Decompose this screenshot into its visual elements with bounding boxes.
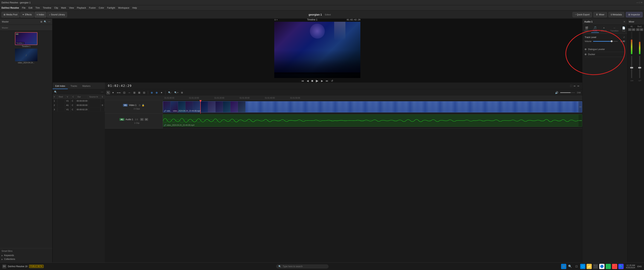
zoom-out-icon[interactable]: 🔍-	[167, 91, 172, 94]
menu-trim[interactable]: Trim	[36, 7, 40, 9]
search-bar[interactable]: 🔍	[276, 264, 328, 268]
quick-export-button[interactable]: ↑ Quick Export	[572, 12, 592, 17]
blade-edit-icon[interactable]: ✦	[111, 91, 115, 94]
list-item[interactable]: ♪ video_2024-04-24...	[2, 49, 51, 64]
tab-tracks[interactable]: Tracks	[68, 83, 80, 89]
audio-mute-icon[interactable]: M	[145, 118, 148, 121]
menu-timeline[interactable]: Timeline	[43, 7, 51, 9]
flag-icon[interactable]: ⊕	[155, 91, 158, 94]
go-start-icon[interactable]: ⏮	[302, 79, 304, 82]
taskbar-task-icon[interactable]: ⊡	[574, 264, 579, 269]
menu-clip[interactable]: Clip	[54, 7, 58, 9]
next-clip-icon[interactable]: ⏭	[574, 85, 576, 87]
dynamic-trim-icon[interactable]: ⊡	[122, 91, 126, 94]
go-end-icon[interactable]: ⏭	[326, 79, 328, 82]
audio-clip[interactable]: // This will be rendered as text by brow…	[163, 114, 582, 127]
position-icon[interactable]: ⊞	[132, 91, 136, 94]
taskbar-app2-icon[interactable]: 🔴	[612, 264, 617, 269]
menu-color[interactable]: Color	[99, 7, 104, 9]
trim-icon[interactable]: ⟺	[116, 91, 121, 94]
tab-effects[interactable]: ✦ Effects	[600, 26, 608, 33]
list-item[interactable]: Timeline 1 ▶▶ Timeline 1	[2, 32, 51, 47]
mixer-bus1-s-btn[interactable]: S	[636, 28, 640, 31]
clip-icon[interactable]: ✦	[160, 91, 164, 94]
audio-solo-icon[interactable]: S	[140, 118, 144, 121]
menu-fusion[interactable]: Fusion	[89, 7, 96, 9]
menu-help[interactable]: Help	[132, 7, 137, 9]
ducker-row[interactable]: Ducker	[585, 52, 625, 57]
tab-audio[interactable]: 🎵 Audio	[591, 26, 599, 33]
tab-file[interactable]: 📄 File	[620, 26, 627, 33]
menu-mark[interactable]: Mark	[61, 7, 66, 9]
mixer-bus1-m-btn[interactable]: M	[640, 28, 643, 31]
video-eye-icon[interactable]: ⊙	[139, 104, 140, 106]
fit-all-icon[interactable]: ⊞	[180, 91, 184, 94]
tab-markers[interactable]: Markers	[80, 83, 93, 89]
stop-icon[interactable]: ■	[311, 79, 314, 83]
menu-davinci[interactable]: DaVinci Resolve	[2, 7, 19, 9]
inspector-collapse-icon[interactable]: ✕	[624, 21, 625, 23]
menu-file[interactable]: File	[22, 7, 26, 9]
table-row[interactable]: 2 A1 C 00:00:00:00 0	[52, 103, 105, 107]
arc-icon[interactable]: ↔	[127, 91, 132, 94]
mixer-a1-s-btn[interactable]: S	[628, 28, 632, 31]
prev-clip-icon[interactable]: ⏮	[577, 85, 579, 87]
menu-edit[interactable]: Edit	[29, 7, 32, 9]
taskbar-chrome-icon[interactable]: 🔵	[599, 264, 604, 269]
smart-bins-collections[interactable]: ▶ Collections	[2, 257, 51, 261]
taskbar-terminal-icon[interactable]: ⬛	[593, 264, 598, 269]
mixer-bus1-fader-knob[interactable]	[638, 67, 641, 68]
full-screen-icon[interactable]: ⛶	[570, 85, 572, 87]
taskbar-edge-icon[interactable]: 🌐	[580, 264, 586, 269]
select-tool-icon[interactable]: ↖	[106, 91, 110, 94]
smart-bins-keywords[interactable]: ▶ Keywords	[2, 253, 51, 257]
dialogue-leveler-row[interactable]: Dialogue Leveler	[585, 47, 625, 52]
video-clip[interactable]: 🔗 vide... video_2024-04-24_23-44-08.mp4	[163, 101, 582, 112]
inspector-button[interactable]: ⊞ Inspector	[626, 12, 642, 17]
menu-fairlight[interactable]: Fairlight	[107, 7, 115, 9]
video-lock-icon[interactable]: 🔒	[142, 104, 144, 106]
join-icon[interactable]: ⊟	[142, 91, 146, 94]
mixer-a1-fader-track[interactable]	[631, 56, 632, 78]
table-row[interactable]: 3 V1 C 00:00:02:20	[52, 107, 105, 112]
tab-edit-index[interactable]: Edit Index	[52, 83, 68, 89]
menu-workspace[interactable]: Workspace	[118, 7, 129, 9]
thumbnail-video[interactable]: ♪	[15, 49, 38, 61]
effects-button[interactable]: ✦ Effects	[20, 12, 34, 18]
mixer-bus1-fader-track[interactable]	[639, 56, 640, 78]
zoom-in-icon[interactable]: 🔍+	[174, 91, 179, 94]
loop-icon[interactable]: ↺	[331, 79, 333, 82]
sound-library-button[interactable]: ♪ Sound Library	[47, 12, 67, 18]
taskbar-windows-icon[interactable]: ⊞	[561, 264, 566, 269]
search-media-icon[interactable]: 🔍	[44, 21, 46, 23]
search-input[interactable]	[283, 265, 320, 268]
tab-transition[interactable]: ↔ Transition	[609, 26, 620, 33]
audio-volume-icon[interactable]: 🔊	[555, 91, 558, 94]
grid-view-icon[interactable]: ⊞	[40, 21, 42, 23]
edit-index-more-icon[interactable]: ⋯	[101, 91, 103, 93]
play-icon[interactable]: ▶	[316, 79, 318, 83]
taskbar-explorer-icon[interactable]: 📁	[586, 264, 592, 269]
prev-frame-icon[interactable]: ◀	[307, 79, 309, 82]
snip-icon[interactable]: ⊠	[138, 91, 141, 94]
tab-video[interactable]: 🎬 Video	[583, 26, 590, 33]
metadata-button[interactable]: ℹ Metadata	[608, 12, 624, 17]
thumbnail-timeline1[interactable]: Timeline 1 ▶▶	[15, 32, 38, 45]
taskbar-app3-icon[interactable]: 🔵	[618, 264, 624, 269]
table-row[interactable]: 1 V1 C 00:00:00:00	[52, 99, 105, 103]
volume-slider[interactable]	[593, 41, 618, 42]
taskbar-search-icon[interactable]: 🔍	[568, 264, 573, 269]
index-button[interactable]: ≡ Index	[35, 12, 46, 18]
track-level-reset-icon[interactable]: ↺	[623, 36, 625, 39]
mixer-a1-fader-knob[interactable]	[630, 67, 633, 68]
mixer-a1-m-btn[interactable]: M	[632, 28, 635, 31]
media-pool-button[interactable]: ⊞ Media Pool	[2, 12, 20, 18]
taskbar-spotify-icon[interactable]: ♪	[606, 264, 611, 269]
link-icon[interactable]: ⊕	[150, 91, 154, 94]
next-frame-icon[interactable]: ▶	[321, 79, 323, 82]
menu-playback[interactable]: Playback	[77, 7, 86, 9]
mixer-button[interactable]: 🎚 Mixer	[594, 12, 607, 17]
menu-view[interactable]: View	[69, 7, 74, 9]
edit-index-search-icon[interactable]: 🔍	[54, 91, 57, 93]
more-options-icon[interactable]: ⋯	[48, 21, 50, 23]
